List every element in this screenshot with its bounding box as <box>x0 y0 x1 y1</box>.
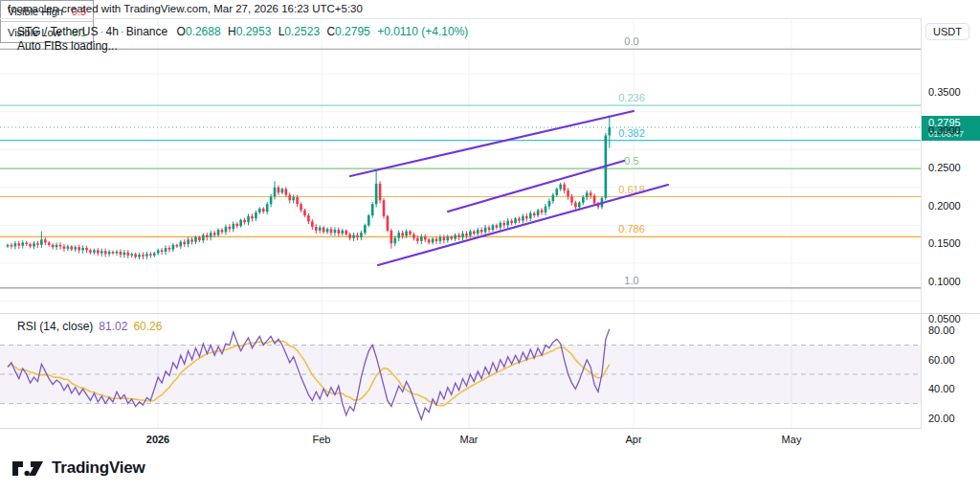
time-axis-label[interactable]: 2026 <box>146 434 169 445</box>
candle-body <box>552 195 555 201</box>
rsi-label: RSI (14, close) <box>17 320 93 333</box>
candle-body <box>383 200 386 216</box>
candle-body <box>488 228 491 230</box>
candle-body <box>401 233 404 235</box>
candle-body <box>570 196 573 202</box>
price-axis-tick: 0.3000 <box>928 124 961 136</box>
candle-body <box>176 245 179 247</box>
candle-body <box>492 225 495 230</box>
interval-label[interactable]: 4h <box>105 25 118 38</box>
candle-body <box>190 239 193 241</box>
indicator-status-text: Auto FIBs loading... <box>17 39 118 53</box>
fib-level-label: 0.0 <box>624 35 638 47</box>
candle-body <box>112 252 115 254</box>
candle-body <box>149 254 152 256</box>
candle-body <box>281 189 284 192</box>
candle-body <box>330 229 333 233</box>
tradingview-footer-link[interactable]: TradingView <box>11 458 145 479</box>
candle-body <box>229 227 232 229</box>
candle-body <box>563 185 566 190</box>
candle-body <box>439 237 442 241</box>
candle-body <box>25 242 28 244</box>
candle-body <box>360 233 363 237</box>
time-axis-label[interactable]: Apr <box>625 434 641 445</box>
symbol-legend[interactable]: STG / TetherUS·4h·Binance O0.2688 H0.295… <box>17 25 468 38</box>
candle-body <box>454 235 457 239</box>
candle-body <box>202 235 205 241</box>
fib-level-label: 0.786 <box>618 223 645 235</box>
candle-body <box>63 246 66 248</box>
candle-body <box>428 239 431 242</box>
pane-separator[interactable] <box>0 313 980 314</box>
candle-body <box>255 212 257 218</box>
candle-body <box>390 231 393 243</box>
low-value: 0.2523 <box>284 25 320 38</box>
candle-body <box>500 223 502 228</box>
currency-badge[interactable]: USDT <box>925 23 969 40</box>
candle-body <box>457 235 460 237</box>
legend-separator: · <box>119 25 126 38</box>
candle-body <box>274 188 277 196</box>
candle-body <box>89 250 92 252</box>
rsi-value: 81.02 <box>93 320 127 333</box>
tradingview-brand-text: TradingView <box>52 458 145 478</box>
candle-body <box>52 245 55 247</box>
candle-body <box>506 221 509 226</box>
change-value: +0.0110 (+4.10%) <box>373 25 468 38</box>
candle-body <box>14 243 17 246</box>
candle-body <box>533 213 536 215</box>
candle-body <box>326 229 329 232</box>
exchange-label: Binance <box>126 25 167 38</box>
candle-body <box>71 246 74 249</box>
candle-body <box>165 248 167 252</box>
candle-body <box>368 215 370 225</box>
candle-body <box>179 242 182 247</box>
rsi-legend[interactable]: RSI (14, close)81.0260.26 <box>17 320 162 333</box>
candle-body <box>496 225 499 227</box>
candle-body <box>300 204 302 210</box>
tradingview-logo-icon <box>11 458 44 479</box>
candle-body <box>578 203 581 208</box>
candle-body <box>514 218 517 223</box>
candle-body <box>29 244 32 246</box>
candle-body <box>537 211 540 216</box>
symbol-name[interactable]: STG / TetherUS <box>17 25 98 38</box>
price-axis-tick: 0.3500 <box>928 86 961 98</box>
candle-body <box>341 231 344 234</box>
candle-body <box>364 225 367 233</box>
candle-body <box>465 234 468 235</box>
candle-body <box>334 230 337 233</box>
time-axis[interactable]: 2026FebMarAprMay <box>0 428 921 450</box>
main-chart-canvas[interactable]: 0.00.2360.3820.50.6180.7861.0 <box>0 18 921 313</box>
candle-body <box>545 207 547 212</box>
candle-body <box>387 216 390 231</box>
candle-body <box>416 238 419 241</box>
candle-body <box>266 204 269 212</box>
candle-body <box>59 245 62 247</box>
candle-body <box>502 223 505 225</box>
time-axis-label[interactable]: Mar <box>460 434 479 445</box>
candle-body <box>278 188 280 193</box>
candle-body <box>420 236 423 241</box>
time-axis-label[interactable]: Feb <box>313 434 331 445</box>
candle-body <box>338 230 341 234</box>
high-value: 0.2953 <box>236 25 272 38</box>
candle-body <box>393 238 396 244</box>
price-axis[interactable]: USDT 0.2795 01:06:47 0.35000.30000.25000… <box>921 18 980 429</box>
candle-body <box>522 216 524 221</box>
watermark-text: foomaclen created with TradingView.com, … <box>8 3 363 14</box>
candle-body <box>233 224 235 230</box>
candle-body <box>352 235 355 238</box>
candle-body <box>33 243 35 246</box>
candle-body <box>120 252 122 255</box>
rsi-axis-tick: 20.00 <box>928 413 955 424</box>
candle-body <box>44 239 47 242</box>
candle-body <box>100 251 103 253</box>
candle-body <box>356 235 359 237</box>
candle-body <box>7 245 10 247</box>
candle-body <box>461 234 464 237</box>
candle-body <box>424 236 427 239</box>
candle-body <box>319 228 322 231</box>
candle-body <box>210 233 212 237</box>
time-axis-label[interactable]: May <box>782 434 802 445</box>
